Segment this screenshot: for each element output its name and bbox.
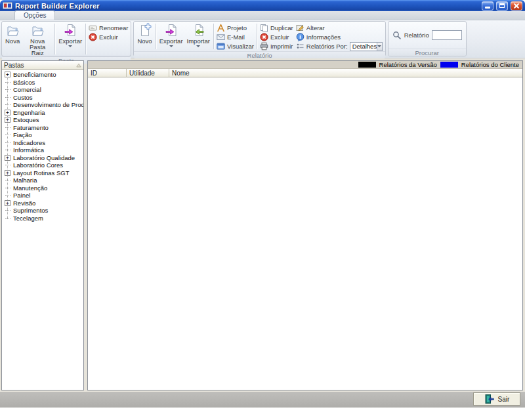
separator	[54, 24, 55, 54]
tree-branch-dash	[5, 97, 10, 98]
content-area: Pastas +BeneficiamentoBásicosComercialCu…	[0, 59, 525, 392]
restore-button[interactable]	[496, 1, 508, 10]
excluir-relatorio-button[interactable]: Excluir	[259, 33, 295, 41]
tree-item[interactable]: Fiação	[2, 131, 83, 139]
tree-item-label: Indicadores	[13, 139, 45, 146]
tree-item[interactable]: Custos	[2, 94, 83, 102]
app-window: Report Builder Explorer Opções Nova	[0, 0, 525, 408]
tree-item[interactable]: +Layout Rotinas SGT	[2, 169, 83, 177]
tree-item[interactable]: Tecelagem	[2, 215, 83, 222]
minimize-icon	[485, 7, 490, 9]
exportar-label: Exportar	[58, 38, 82, 44]
tree-item-label: Beneficiamento	[13, 71, 56, 78]
tree-item[interactable]: Comercial	[2, 86, 83, 94]
sair-button[interactable]: Sair	[473, 392, 520, 406]
tree-branch-dash	[5, 180, 10, 180]
tree-branch-dash	[5, 218, 10, 219]
projeto-label: Projeto	[227, 24, 247, 32]
tree-item[interactable]: +Engenharia	[2, 109, 83, 117]
detalhes-combobox[interactable]: Detalhes	[350, 42, 383, 51]
tree-item-label: Fiação	[13, 131, 32, 138]
novo-relatorio-button[interactable]: Novo	[135, 22, 154, 51]
projeto-button[interactable]: Projeto	[215, 24, 255, 32]
expand-plus-icon[interactable]: +	[5, 72, 10, 77]
separator	[257, 24, 257, 49]
tree-item[interactable]: Manutenção	[2, 184, 83, 192]
close-icon	[513, 3, 520, 9]
tree-item[interactable]: Desenvolvimento de Produtos	[2, 101, 83, 109]
alterar-label: Alterar	[306, 24, 325, 32]
importar-relatorio-button[interactable]: Importar	[185, 22, 212, 51]
expand-plus-icon[interactable]: +	[5, 200, 10, 206]
tree-item[interactable]: +Revisão	[2, 200, 83, 207]
relatorios-por-control: Relatórios Por: Detalhes	[295, 42, 384, 51]
imprimir-button[interactable]: Imprimir	[259, 42, 295, 51]
renomear-label: Renomear	[99, 24, 128, 32]
column-header-id[interactable]: ID	[88, 69, 127, 77]
expand-plus-icon[interactable]: +	[5, 110, 10, 116]
exportar-pasta-button[interactable]: Exportar	[56, 22, 84, 56]
informacoes-label: Informações	[306, 33, 341, 41]
nova-pasta-button[interactable]: Nova	[3, 22, 22, 56]
relatorio-small-col-3: Alterar Informações	[295, 22, 384, 51]
tree-item[interactable]: +Beneficiamento	[2, 71, 83, 79]
expand-plus-icon[interactable]: +	[5, 155, 10, 161]
alterar-button[interactable]: Alterar	[295, 24, 384, 32]
import-document-icon	[191, 23, 205, 37]
tree-item[interactable]: Suprimentos	[2, 207, 83, 215]
new-document-icon	[138, 23, 152, 37]
tree-item[interactable]: Básicos	[2, 79, 83, 87]
tree-branch-dash	[5, 104, 10, 105]
list-column-headers: ID Utilidade Nome	[88, 69, 522, 77]
email-icon	[217, 33, 225, 41]
exportar-relatorio-button[interactable]: Exportar	[158, 22, 185, 51]
tree-item[interactable]: Painel	[2, 192, 83, 200]
tree-item-label: Manutenção	[13, 184, 47, 192]
client-reports-label: Relatórios do Cliente	[461, 61, 519, 68]
tree-branch-dash	[5, 188, 10, 188]
relatorio-group-caption: Relatório	[134, 51, 385, 58]
tree-item[interactable]: Indicadores	[2, 139, 83, 147]
close-button[interactable]	[511, 1, 522, 10]
titlebar: Report Builder Explorer	[0, 0, 525, 11]
visualizar-button[interactable]: Visualizar	[215, 42, 255, 51]
sort-ascending-icon	[76, 63, 81, 68]
report-list-body[interactable]	[88, 77, 522, 390]
novo-label: Novo	[137, 38, 152, 44]
expand-plus-icon[interactable]: +	[5, 117, 10, 123]
email-button[interactable]: E-Mail	[215, 33, 255, 41]
folder-tree: +BeneficiamentoBásicosComercialCustosDes…	[2, 70, 83, 390]
excluir-pasta-button[interactable]: Excluir	[87, 33, 129, 41]
informacoes-button[interactable]: Informações	[295, 33, 384, 41]
separator	[85, 24, 86, 54]
info-icon	[296, 33, 304, 41]
tree-item-label: Faturamento	[13, 124, 49, 131]
combo-dropdown-button[interactable]	[377, 43, 382, 51]
tree-branch-dash	[5, 142, 10, 143]
tree-item[interactable]: Malharia	[2, 177, 83, 184]
search-input[interactable]	[432, 30, 462, 40]
renomear-button[interactable]: Renomear	[87, 24, 129, 32]
tree-item[interactable]: Laboratório Cores	[2, 161, 83, 169]
nova-label: Nova	[5, 38, 20, 44]
duplicate-icon	[260, 24, 268, 32]
tree-item-label: Informática	[13, 146, 44, 154]
nova-pasta-raiz-button[interactable]: Nova Pasta Raiz	[22, 22, 53, 56]
tab-opcoes[interactable]: Opções	[14, 10, 55, 20]
tree-item[interactable]: +Laboratório Qualidade	[2, 154, 83, 162]
tree-item[interactable]: +Estoques	[2, 116, 83, 124]
ribbon: Nova Nova Pasta Raiz	[0, 20, 525, 58]
minimize-button[interactable]	[482, 1, 494, 10]
ribbon-tab-row: Opções	[0, 11, 525, 20]
tree-item[interactable]: Informática	[2, 146, 83, 154]
expand-plus-icon[interactable]: +	[5, 170, 10, 176]
column-header-nome[interactable]: Nome	[169, 69, 522, 77]
nova-pasta-raiz-label: Nova Pasta Raiz	[24, 38, 51, 56]
tree-header[interactable]: Pastas	[2, 61, 83, 70]
print-icon	[260, 42, 268, 51]
column-header-utilidade[interactable]: Utilidade	[127, 69, 169, 77]
duplicar-button[interactable]: Duplicar	[259, 24, 295, 32]
excluir-label: Excluir	[99, 33, 118, 41]
tree-header-label: Pastas	[4, 62, 24, 69]
tree-item[interactable]: Faturamento	[2, 124, 83, 132]
